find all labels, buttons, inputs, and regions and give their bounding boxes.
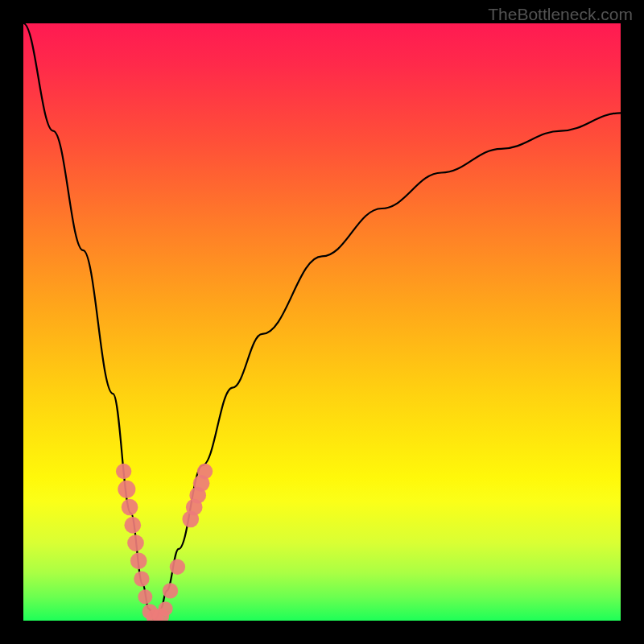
data-marker [138, 589, 152, 604]
data-marker [116, 464, 131, 479]
watermark-text: TheBottleneck.com [488, 5, 633, 24]
plot-area [23, 23, 621, 621]
data-marker [118, 481, 135, 498]
data-marker [134, 571, 149, 586]
data-marker [130, 552, 147, 569]
chart-svg [23, 23, 621, 621]
data-marker [159, 601, 173, 616]
data-marker [127, 535, 144, 551]
data-marker [197, 464, 213, 479]
data-marker [122, 499, 138, 516]
chart-frame: TheBottleneck.com [0, 0, 644, 644]
curve-group [23, 23, 621, 621]
data-marker [170, 559, 185, 575]
data-marker [163, 583, 178, 598]
bottleneck-curve [23, 23, 621, 621]
data-marker [124, 517, 141, 534]
